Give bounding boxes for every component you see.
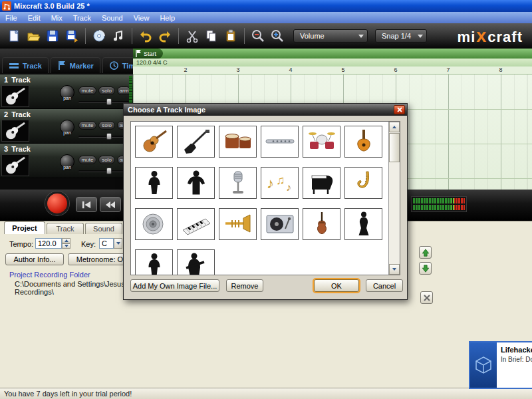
track-image-music-notes[interactable]: ♪♫♪ [261,167,299,199]
track-image-turntable[interactable] [261,208,299,240]
tab-track[interactable]: Track [47,223,84,234]
zoom-in-icon[interactable] [269,27,286,45]
remove-button[interactable]: Remove [226,279,263,292]
track-image-person-silhouette[interactable] [135,249,173,275]
start-marker[interactable]: Start [133,49,163,59]
mute-button[interactable]: mute [78,121,96,130]
track-image-grand-piano[interactable] [303,167,340,199]
window-titlebar[interactable]: Mixcraft 3.0 Build 25 * [0,0,532,12]
metronome-button[interactable]: Metronome: O [68,253,132,265]
zoom-out-icon[interactable] [249,27,267,45]
tab-sound[interactable]: Sound [85,223,122,234]
export-project-icon[interactable] [63,27,80,45]
menu-view[interactable]: View [128,12,155,23]
track-image-button[interactable] [1,85,29,107]
track-image-guitarist-silhouette[interactable] [177,249,215,275]
menu-help[interactable]: Help [154,12,180,23]
add-own-image-button[interactable]: Add My Own Image File... [130,279,219,292]
redo-icon[interactable] [156,27,174,45]
save-project-icon[interactable] [44,27,61,45]
scrollbar-thumb[interactable] [389,133,400,162]
delete-button[interactable] [420,291,433,304]
track-image-violin[interactable] [303,208,340,240]
menu-file[interactable]: File [0,12,23,23]
track-header-1[interactable]: 1Track pan mute solo arm [0,74,133,109]
snap-selector[interactable]: Snap 1/4 [375,29,427,43]
scroll-down-button[interactable] [389,264,400,275]
volume-slider-thumb[interactable] [106,133,112,140]
track-image-speaker[interactable] [135,208,173,240]
key-dropdown[interactable] [114,238,122,249]
rewind-button[interactable] [100,197,121,212]
cut-icon[interactable] [184,27,201,45]
menu-edit[interactable]: Edit [23,12,46,23]
mute-button[interactable]: mute [78,156,96,164]
solo-button[interactable]: solo [98,156,115,164]
paste-icon[interactable] [222,27,239,45]
new-project-icon[interactable] [5,27,23,45]
open-project-icon[interactable] [25,27,42,45]
pan-knob[interactable]: pan [60,120,74,134]
volume-slider-thumb[interactable] [106,168,112,174]
volume-slider[interactable] [78,170,129,172]
scroll-up-button[interactable] [389,122,400,132]
track-header-2[interactable]: 2Track pan mute solo arm [0,109,133,144]
track-image-electric-guitar-black[interactable] [177,126,215,158]
acoustic-guitar-icon [138,128,171,155]
mute-button[interactable]: mute [78,86,96,95]
solo-button[interactable]: solo [98,121,115,130]
track-image-bongos[interactable] [219,126,257,158]
menu-mix[interactable]: Mix [46,12,68,23]
track-image-man-silhouette-arms[interactable] [177,167,215,199]
author-info-button[interactable]: Author Info... [5,253,64,265]
track-image-acoustic-guitar[interactable] [135,126,173,158]
pan-knob[interactable]: pan [60,154,74,169]
image-list-scrollbar[interactable] [388,122,400,275]
track-image-button[interactable] [1,154,29,176]
key-select[interactable]: C [99,238,114,249]
track-image-man-silhouette[interactable] [135,167,173,199]
marker-lane[interactable]: Start [133,49,532,59]
cancel-button[interactable]: Cancel [366,279,403,292]
copy-icon[interactable] [203,27,220,45]
move-down-button[interactable] [419,262,432,275]
track-image-woman-silhouette[interactable] [344,208,382,240]
beat-ruler[interactable]: 2 3 4 5 6 7 8 [133,66,532,74]
menu-sound[interactable]: Sound [96,12,128,23]
solo-button[interactable]: solo [98,86,115,95]
burn-cd-icon[interactable] [90,27,108,45]
track-image-trumpet[interactable] [219,208,257,240]
track-image-drum-kit[interactable] [303,126,340,158]
track-image-saxophone[interactable] [344,167,382,199]
dialog-titlebar[interactable]: Choose A Track Image [124,104,407,116]
track-image-piano-keyboard[interactable] [177,208,215,240]
import-sound-icon[interactable] [110,27,127,45]
key-dropdown-button[interactable] [114,238,122,249]
tab-track-view[interactable]: Track [2,57,49,73]
skip-to-start-button[interactable] [76,197,97,212]
track-image-electric-guitar-orange[interactable] [344,126,382,158]
pan-knob[interactable]: pan [60,85,74,100]
volume-slider-thumb[interactable] [106,98,112,105]
record-button[interactable] [45,192,69,215]
tab-project[interactable]: Project [4,221,45,234]
dialog-close-button[interactable] [394,105,405,114]
tempo-stepper[interactable] [62,238,70,249]
volume-selector[interactable]: Volume [293,29,368,43]
menu-track[interactable]: Track [68,12,96,23]
move-up-button[interactable] [419,246,432,259]
volume-slider[interactable] [78,101,129,103]
track-image-flute[interactable] [261,126,299,158]
ruler-number: 4 [289,66,292,73]
track-image-button[interactable] [1,120,29,142]
track-image-vintage-microphone[interactable] [219,167,257,199]
tab-marker-view[interactable]: Marker [51,57,100,73]
ok-button[interactable]: OK [314,279,359,292]
track-header-3[interactable]: 3Track pan mute solo arm [0,144,133,178]
tempo-input[interactable]: 120.0 [35,238,62,249]
tempo-up-button[interactable] [62,238,70,243]
tempo-down-button[interactable] [62,243,70,249]
lifehacker-notification[interactable]: Lifehacker In Brief: Dow [469,341,532,389]
undo-icon[interactable] [137,27,154,45]
volume-slider[interactable] [78,136,129,138]
